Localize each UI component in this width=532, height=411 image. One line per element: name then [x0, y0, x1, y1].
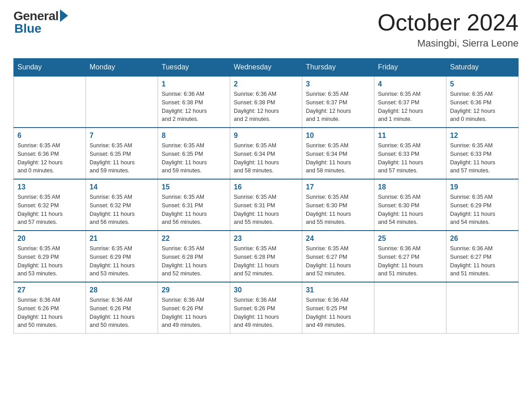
calendar-cell: 8Sunrise: 6:35 AMSunset: 6:35 PMDaylight… [158, 128, 230, 179]
day-number: 24 [306, 235, 370, 243]
day-info: Sunrise: 6:35 AMSunset: 6:31 PMDaylight:… [234, 193, 298, 227]
day-info: Sunrise: 6:36 AMSunset: 6:27 PMDaylight:… [450, 244, 515, 278]
calendar-cell: 17Sunrise: 6:35 AMSunset: 6:30 PMDayligh… [302, 179, 374, 231]
title-block: October 2024 Masingbi, Sierra Leone [378, 9, 519, 49]
day-info: Sunrise: 6:35 AMSunset: 6:37 PMDaylight:… [378, 90, 442, 124]
day-number: 11 [378, 132, 442, 140]
weekday-header-tuesday: Tuesday [158, 59, 230, 77]
day-info: Sunrise: 6:35 AMSunset: 6:29 PMDaylight:… [90, 244, 154, 278]
day-info: Sunrise: 6:35 AMSunset: 6:28 PMDaylight:… [162, 244, 226, 278]
calendar-cell: 16Sunrise: 6:35 AMSunset: 6:31 PMDayligh… [230, 179, 302, 231]
calendar-cell: 13Sunrise: 6:35 AMSunset: 6:32 PMDayligh… [14, 179, 86, 231]
calendar-cell: 12Sunrise: 6:35 AMSunset: 6:33 PMDayligh… [446, 128, 519, 179]
month-title: October 2024 [378, 9, 519, 36]
day-number: 23 [234, 235, 298, 243]
page-header: General Blue October 2024 Masingbi, Sier… [13, 9, 519, 49]
day-info: Sunrise: 6:35 AMSunset: 6:31 PMDaylight:… [162, 193, 226, 227]
calendar-cell: 11Sunrise: 6:35 AMSunset: 6:33 PMDayligh… [374, 128, 446, 179]
calendar-cell: 2Sunrise: 6:36 AMSunset: 6:38 PMDaylight… [230, 76, 302, 128]
weekday-header-wednesday: Wednesday [230, 59, 302, 77]
day-number: 18 [378, 183, 442, 191]
calendar-cell: 5Sunrise: 6:35 AMSunset: 6:36 PMDaylight… [446, 76, 519, 128]
day-number: 1 [162, 80, 226, 88]
day-number: 14 [90, 183, 154, 191]
day-number: 27 [17, 286, 82, 294]
week-row-2: 6Sunrise: 6:35 AMSunset: 6:36 PMDaylight… [14, 128, 519, 179]
calendar-cell: 31Sunrise: 6:36 AMSunset: 6:25 PMDayligh… [302, 282, 374, 334]
calendar-cell: 28Sunrise: 6:36 AMSunset: 6:26 PMDayligh… [86, 282, 158, 334]
calendar-cell: 27Sunrise: 6:36 AMSunset: 6:26 PMDayligh… [14, 282, 86, 334]
calendar-cell: 23Sunrise: 6:35 AMSunset: 6:28 PMDayligh… [230, 231, 302, 282]
day-info: Sunrise: 6:35 AMSunset: 6:37 PMDaylight:… [306, 90, 370, 124]
day-info: Sunrise: 6:35 AMSunset: 6:29 PMDaylight:… [17, 244, 82, 278]
week-row-5: 27Sunrise: 6:36 AMSunset: 6:26 PMDayligh… [14, 282, 519, 334]
day-info: Sunrise: 6:36 AMSunset: 6:25 PMDaylight:… [306, 296, 370, 330]
day-number: 16 [234, 183, 298, 191]
calendar-cell [14, 76, 86, 128]
calendar-cell [446, 282, 519, 334]
day-info: Sunrise: 6:35 AMSunset: 6:35 PMDaylight:… [162, 141, 226, 175]
day-number: 9 [234, 132, 298, 140]
calendar-cell: 15Sunrise: 6:35 AMSunset: 6:31 PMDayligh… [158, 179, 230, 231]
day-number: 8 [162, 132, 226, 140]
day-info: Sunrise: 6:35 AMSunset: 6:35 PMDaylight:… [90, 141, 154, 175]
day-info: Sunrise: 6:35 AMSunset: 6:30 PMDaylight:… [378, 193, 442, 227]
calendar-cell: 14Sunrise: 6:35 AMSunset: 6:32 PMDayligh… [86, 179, 158, 231]
day-info: Sunrise: 6:35 AMSunset: 6:34 PMDaylight:… [306, 141, 370, 175]
calendar-cell [86, 76, 158, 128]
day-info: Sunrise: 6:35 AMSunset: 6:29 PMDaylight:… [450, 193, 515, 227]
day-number: 25 [378, 235, 442, 243]
day-number: 26 [450, 235, 515, 243]
day-info: Sunrise: 6:35 AMSunset: 6:36 PMDaylight:… [450, 90, 515, 124]
day-number: 20 [17, 235, 82, 243]
calendar-cell: 30Sunrise: 6:36 AMSunset: 6:26 PMDayligh… [230, 282, 302, 334]
day-number: 2 [234, 80, 298, 88]
day-number: 28 [90, 286, 154, 294]
calendar-cell: 9Sunrise: 6:35 AMSunset: 6:34 PMDaylight… [230, 128, 302, 179]
day-info: Sunrise: 6:35 AMSunset: 6:36 PMDaylight:… [17, 141, 82, 175]
day-info: Sunrise: 6:35 AMSunset: 6:27 PMDaylight:… [306, 244, 370, 278]
day-number: 4 [378, 80, 442, 88]
weekday-header-thursday: Thursday [302, 59, 374, 77]
calendar-cell: 21Sunrise: 6:35 AMSunset: 6:29 PMDayligh… [86, 231, 158, 282]
day-number: 31 [306, 286, 370, 294]
day-info: Sunrise: 6:36 AMSunset: 6:27 PMDaylight:… [378, 244, 442, 278]
day-info: Sunrise: 6:36 AMSunset: 6:38 PMDaylight:… [234, 90, 298, 124]
day-number: 3 [306, 80, 370, 88]
calendar-cell: 19Sunrise: 6:35 AMSunset: 6:29 PMDayligh… [446, 179, 519, 231]
day-number: 30 [234, 286, 298, 294]
calendar-cell: 24Sunrise: 6:35 AMSunset: 6:27 PMDayligh… [302, 231, 374, 282]
weekday-header-monday: Monday [86, 59, 158, 77]
logo-blue-text: Blue [13, 21, 42, 36]
calendar-cell: 18Sunrise: 6:35 AMSunset: 6:30 PMDayligh… [374, 179, 446, 231]
day-info: Sunrise: 6:35 AMSunset: 6:32 PMDaylight:… [17, 193, 82, 227]
calendar-cell: 10Sunrise: 6:35 AMSunset: 6:34 PMDayligh… [302, 128, 374, 179]
day-number: 12 [450, 132, 515, 140]
day-info: Sunrise: 6:35 AMSunset: 6:33 PMDaylight:… [378, 141, 442, 175]
day-number: 6 [17, 132, 82, 140]
day-number: 10 [306, 132, 370, 140]
week-row-4: 20Sunrise: 6:35 AMSunset: 6:29 PMDayligh… [14, 231, 519, 282]
day-info: Sunrise: 6:36 AMSunset: 6:26 PMDaylight:… [234, 296, 298, 330]
day-number: 21 [90, 235, 154, 243]
weekday-header-saturday: Saturday [446, 59, 519, 77]
day-number: 19 [450, 183, 515, 191]
calendar-cell: 7Sunrise: 6:35 AMSunset: 6:35 PMDaylight… [86, 128, 158, 179]
day-number: 22 [162, 235, 226, 243]
calendar-cell: 20Sunrise: 6:35 AMSunset: 6:29 PMDayligh… [14, 231, 86, 282]
calendar-cell: 3Sunrise: 6:35 AMSunset: 6:37 PMDaylight… [302, 76, 374, 128]
calendar-table: SundayMondayTuesdayWednesdayThursdayFrid… [13, 58, 519, 334]
weekday-header-sunday: Sunday [14, 59, 86, 77]
weekday-header-row: SundayMondayTuesdayWednesdayThursdayFrid… [14, 59, 519, 77]
week-row-3: 13Sunrise: 6:35 AMSunset: 6:32 PMDayligh… [14, 179, 519, 231]
weekday-header-friday: Friday [374, 59, 446, 77]
day-number: 7 [90, 132, 154, 140]
day-info: Sunrise: 6:35 AMSunset: 6:32 PMDaylight:… [90, 193, 154, 227]
day-info: Sunrise: 6:35 AMSunset: 6:28 PMDaylight:… [234, 244, 298, 278]
week-row-1: 1Sunrise: 6:36 AMSunset: 6:38 PMDaylight… [14, 76, 519, 128]
day-info: Sunrise: 6:36 AMSunset: 6:38 PMDaylight:… [162, 90, 226, 124]
day-info: Sunrise: 6:36 AMSunset: 6:26 PMDaylight:… [90, 296, 154, 330]
calendar-cell: 6Sunrise: 6:35 AMSunset: 6:36 PMDaylight… [14, 128, 86, 179]
calendar-cell [374, 282, 446, 334]
day-info: Sunrise: 6:35 AMSunset: 6:34 PMDaylight:… [234, 141, 298, 175]
